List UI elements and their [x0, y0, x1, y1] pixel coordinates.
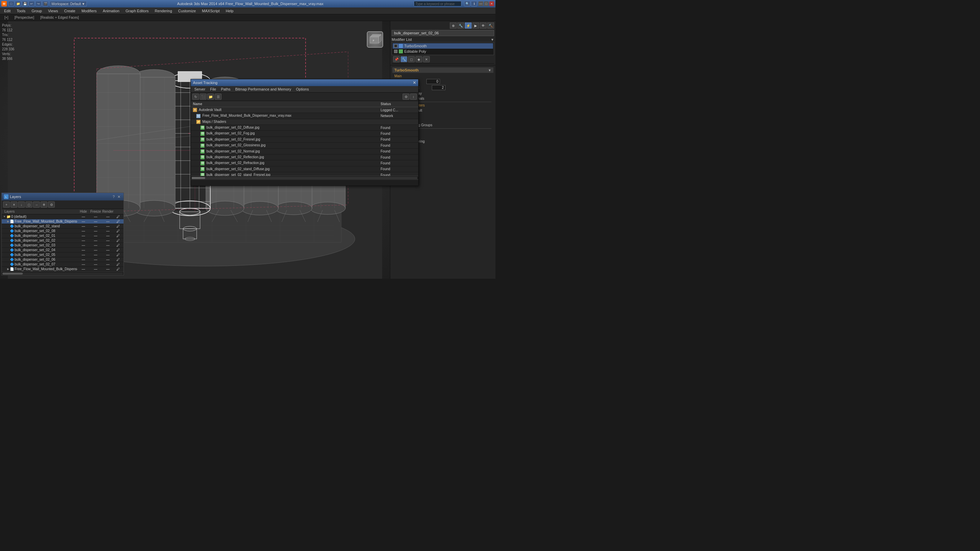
layer-row[interactable]: ▼ 📁 0 (default) — — — 🖊: [2, 214, 124, 219]
layers-add-button[interactable]: ↓: [18, 201, 25, 208]
asset-tracking-close-button[interactable]: ✕: [413, 80, 416, 85]
maximize-button[interactable]: □: [484, 2, 488, 6]
asset-row[interactable]: 🖼 bulk_dispenser_set_02_Fresnel.jpg Foun…: [191, 137, 418, 142]
undo-button[interactable]: ↩: [29, 1, 35, 6]
viewport-cube[interactable]: P: [367, 31, 383, 48]
menu-item-help[interactable]: Help: [223, 8, 237, 14]
layer-row[interactable]: 🔷 bulk_dispenser_set_02_05 — — — 🖊: [2, 253, 124, 257]
menu-item-edit[interactable]: Edit: [2, 8, 13, 14]
workspace-dropdown[interactable]: Workspace: Default ▼: [50, 1, 87, 6]
layers-move-button[interactable]: →: [33, 201, 40, 208]
mod-unique-button[interactable]: ◆: [415, 56, 422, 62]
asset-row[interactable]: 🖼 bulk_dispenser_set_02_Fog.jpg Found: [191, 131, 418, 137]
save-button[interactable]: 💾: [22, 1, 28, 6]
asset-menu-paths[interactable]: Paths: [219, 87, 232, 92]
modifier-item-editablepoly[interactable]: Editable Poly: [393, 49, 493, 54]
layer-row[interactable]: 🔷 bulk_dispenser_set_02_06 — — — 🖊: [2, 257, 124, 262]
asset-scrollbar[interactable]: [191, 176, 418, 179]
asset-row[interactable]: 🖼 bulk_dispenser_set_02_Refraction.jpg F…: [191, 160, 418, 166]
menu-item-group[interactable]: Group: [29, 8, 45, 14]
layers-scrollbar[interactable]: [2, 272, 124, 275]
layer-row[interactable]: 🔷 bulk_dispenser_set_02_01 — — — 🖊: [2, 234, 124, 238]
panel-modify-icon[interactable]: 🔧: [457, 22, 464, 29]
layers-freeze-button[interactable]: ❄: [40, 201, 47, 208]
mod-modify-button[interactable]: 🔧: [401, 56, 407, 62]
layer-row[interactable]: 🔷 bulk_dispenser_set_02_07 — — — 🖊: [2, 262, 124, 267]
asset-row[interactable]: M Free_Flow_Wall_Mounted_Bulk_Dispenser_…: [191, 113, 418, 119]
minimize-button[interactable]: —: [479, 2, 483, 6]
asset-path-button[interactable]: 📁: [207, 94, 214, 100]
asset-menu-file[interactable]: File: [208, 87, 218, 92]
panel-utilities-icon[interactable]: 🔨: [487, 22, 494, 29]
layer-row[interactable]: 🔷 bulk_dispenser_set_02_03 — — — 🖊: [2, 243, 124, 248]
layers-scrollbar-thumb[interactable]: [2, 272, 23, 275]
search-box[interactable]: Type a keyword or phrase: [414, 1, 461, 6]
mod-list-dropdown-arrow[interactable]: ▼: [491, 38, 494, 41]
collapse-icon[interactable]: ▼: [488, 68, 492, 72]
render-setup-button[interactable]: 🎬: [42, 1, 48, 6]
mod-visibility-box[interactable]: [394, 50, 398, 53]
menu-item-graph-editors[interactable]: Graph Editors: [123, 8, 151, 14]
asset-highlight-button[interactable]: ⬛: [200, 94, 207, 100]
viewport-type-button[interactable]: [Perspective]: [12, 15, 37, 20]
menu-item-views[interactable]: Views: [45, 8, 60, 14]
menu-item-create[interactable]: Create: [61, 8, 78, 14]
layer-row[interactable]: 🔷 bulk_dispenser_set_02_02 — — — 🖊: [2, 238, 124, 243]
layers-select-button[interactable]: ◻: [25, 201, 32, 208]
mod-instance-button[interactable]: ◻: [408, 56, 415, 62]
asset-menu-bitmap[interactable]: Bitmap Performance and Memory: [233, 87, 293, 92]
asset-row[interactable]: 🖼 bulk_dispenser_set_02_stand_Fresnel.jp…: [191, 172, 418, 176]
info-button[interactable]: ℹ: [471, 1, 477, 6]
menu-item-rendering[interactable]: Rendering: [152, 8, 175, 14]
redo-button[interactable]: ↪: [35, 1, 41, 6]
layer-row[interactable]: 🔷 bulk_dispenser_set_02_04 — — — 🖊: [2, 248, 124, 253]
render-iters-input[interactable]: [432, 85, 445, 90]
layers-scrollbar-track[interactable]: [2, 272, 123, 275]
mod-visibility-box[interactable]: [394, 44, 398, 48]
layers-new-button[interactable]: +: [3, 201, 10, 208]
menu-item-modifiers[interactable]: Modifiers: [79, 8, 99, 14]
mod-pin-button[interactable]: 📌: [393, 56, 400, 62]
layer-row[interactable]: ▶ 📄 Free_Flow_Wall_Mounted_Bulk_Dispense…: [2, 267, 124, 272]
viewport-shading-button[interactable]: [Realistic + Edged Faces]: [38, 15, 81, 20]
cube-face[interactable]: P: [367, 31, 383, 48]
panel-create-icon[interactable]: ⊕: [450, 22, 457, 29]
panel-motion-icon[interactable]: ▶: [472, 22, 479, 29]
modifier-item-turbosmooth[interactable]: TurboSmooth: [393, 43, 493, 49]
asset-list-button[interactable]: ☰: [215, 94, 221, 100]
close-button[interactable]: ✕: [489, 2, 494, 6]
panel-display-icon[interactable]: 👁: [480, 22, 487, 29]
asset-row[interactable]: 📁 Maps / Shaders: [191, 119, 418, 124]
help-search-button[interactable]: 🔍: [464, 1, 470, 6]
asset-row[interactable]: A Autodesk Vault Logged C...: [191, 107, 418, 113]
asset-menu-options[interactable]: Options: [294, 87, 311, 92]
asset-settings-button[interactable]: ⚙: [402, 94, 409, 100]
asset-scrollbar-thumb[interactable]: [192, 177, 205, 179]
panel-hierarchy-icon[interactable]: ⚡: [465, 22, 472, 29]
layers-settings-button[interactable]: ⚙: [48, 201, 55, 208]
layer-row[interactable]: 🔷 bulk_dispenser_set_02_08 — — — 🖊: [2, 229, 124, 234]
asset-refresh-button[interactable]: ↻: [192, 94, 199, 100]
menu-item-tools[interactable]: Tools: [14, 8, 28, 14]
layers-delete-button[interactable]: ✕: [11, 201, 18, 208]
asset-row[interactable]: 🖼 bulk_dispenser_set_02_stand_Diffuse.jp…: [191, 166, 418, 172]
asset-row[interactable]: 🖼 bulk_dispenser_set_02_Glossiness.jpg F…: [191, 143, 418, 148]
layers-close-button[interactable]: ✕: [116, 194, 121, 199]
new-button[interactable]: □: [8, 1, 14, 6]
open-button[interactable]: 📁: [15, 1, 21, 6]
asset-row[interactable]: 🖼 bulk_dispenser_set_02_Diffuse.jpg Foun…: [191, 125, 418, 131]
asset-row[interactable]: 🖼 bulk_dispenser_set_02_Reflection.jpg F…: [191, 154, 418, 160]
iterations-input[interactable]: [426, 79, 440, 84]
asset-row[interactable]: 🖼 bulk_dispenser_set_02_Normal.jpg Found: [191, 148, 418, 154]
layer-row[interactable]: 🔷 bulk_dispenser_set_02_stand — — — 🖊: [2, 224, 124, 229]
menu-item-animation[interactable]: Animation: [100, 8, 122, 14]
asset-sync-button[interactable]: ↕: [410, 94, 417, 100]
menu-item-maxscript[interactable]: MAXScript: [199, 8, 223, 14]
mod-remove-button[interactable]: ✕: [423, 56, 430, 62]
viewport-plus-button[interactable]: [+]: [2, 15, 11, 20]
asset-menu-server[interactable]: Server: [192, 87, 207, 92]
menu-item-customize[interactable]: Customize: [176, 8, 199, 14]
layer-row-selected[interactable]: ▶ 📄 Free_Flow_Wall_Mounted_Bulk_Dispense…: [2, 219, 124, 224]
layers-help-button[interactable]: ?: [111, 194, 116, 199]
asset-table-container[interactable]: Name Status A Autodesk Vault Logged C...…: [191, 101, 418, 176]
